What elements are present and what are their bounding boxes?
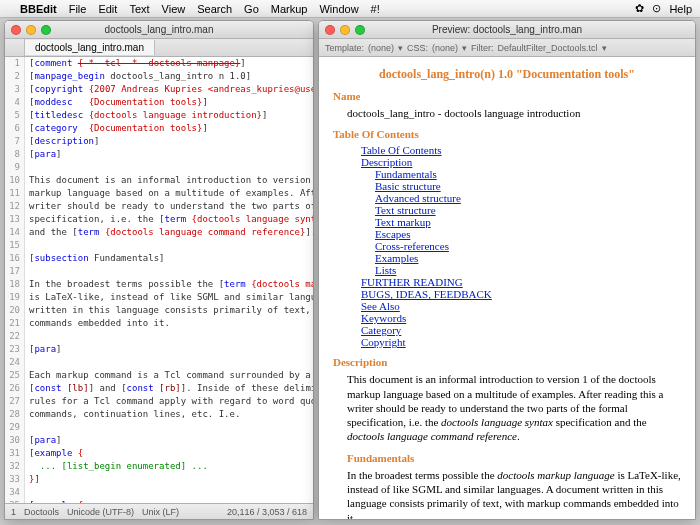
status-lang[interactable]: Doctools [24, 507, 59, 517]
zoom-icon[interactable] [355, 25, 365, 35]
menu-script[interactable]: #! [371, 3, 380, 15]
code-line[interactable]: 13specification, i.e. the [term {doctool… [5, 213, 313, 226]
app-menu[interactable]: BBEdit [20, 3, 57, 15]
status-lf[interactable]: Unix (LF) [142, 507, 179, 517]
css-label: CSS: [407, 43, 428, 53]
menu-text[interactable]: Text [129, 3, 149, 15]
zoom-icon[interactable] [41, 25, 51, 35]
desktop: doctools_lang_intro.man doctools_lang_in… [0, 18, 700, 525]
code-line[interactable]: 5[titledesc {doctools language introduct… [5, 109, 313, 122]
code-line[interactable]: 21commands embedded into it. [5, 317, 313, 330]
toc-link[interactable]: Escapes [375, 228, 410, 240]
menu-window[interactable]: Window [319, 3, 358, 15]
status-enc[interactable]: Unicode (UTF-8) [67, 507, 134, 517]
code-line[interactable]: 29 [5, 421, 313, 434]
traffic-lights [325, 25, 365, 35]
document-tab[interactable]: doctools_lang_intro.man [25, 40, 155, 55]
status-mode: 1 [11, 507, 16, 517]
code-line[interactable]: 19is LaTeX-like, instead of like SGML an… [5, 291, 313, 304]
code-line[interactable]: 32 ... [list_begin enumerated] ... [5, 460, 313, 473]
code-line[interactable]: 22 [5, 330, 313, 343]
toc-link[interactable]: Text structure [375, 204, 436, 216]
traffic-lights [11, 25, 51, 35]
code-line[interactable]: 28commands, continuation lines, etc. I.e… [5, 408, 313, 421]
window-title: Preview: doctools_lang_intro.man [432, 24, 582, 35]
code-line[interactable]: 8[para] [5, 148, 313, 161]
toc-link[interactable]: Copyright [361, 336, 406, 348]
filter-select[interactable]: DefaultFilter_Doctools.tcl [498, 43, 598, 53]
toc-link[interactable]: Description [361, 156, 412, 168]
menubar: BBEdit File Edit Text View Search Go Mar… [0, 0, 700, 18]
status-icon[interactable]: ✿ [635, 2, 644, 15]
heading-fundamentals: Fundamentals [347, 452, 681, 464]
code-line[interactable]: 26[const [lb]] and [const [rb]]. Inside … [5, 382, 313, 395]
preview-body[interactable]: doctools_lang_intro(n) 1.0 "Documentatio… [319, 57, 695, 520]
editor-titlebar[interactable]: doctools_lang_intro.man [5, 21, 313, 39]
close-icon[interactable] [325, 25, 335, 35]
code-line[interactable]: 34 [5, 486, 313, 499]
code-line[interactable]: 17 [5, 265, 313, 278]
code-line[interactable]: 1[comment {-*- tcl -*- doctools manpage}… [5, 57, 313, 70]
minimize-icon[interactable] [26, 25, 36, 35]
description-para: This document is an informal introductio… [347, 372, 681, 443]
toc-link[interactable]: FURTHER READING [361, 276, 463, 288]
code-line[interactable]: 6[category {Documentation tools}] [5, 122, 313, 135]
heading-toc: Table Of Contents [333, 128, 681, 140]
code-line[interactable]: 30[para] [5, 434, 313, 447]
toc-link[interactable]: Keywords [361, 312, 406, 324]
menu-markup[interactable]: Markup [271, 3, 308, 15]
code-line[interactable]: 23[para] [5, 343, 313, 356]
code-line[interactable]: 7[description] [5, 135, 313, 148]
template-select[interactable]: (none) [368, 43, 394, 53]
code-line[interactable]: 12writer should be ready to understand t… [5, 200, 313, 213]
toc-link[interactable]: Lists [375, 264, 396, 276]
tabbar: doctools_lang_intro.man [5, 39, 313, 57]
code-line[interactable]: 15 [5, 239, 313, 252]
css-select[interactable]: (none) [432, 43, 458, 53]
preview-titlebar[interactable]: Preview: doctools_lang_intro.man [319, 21, 695, 39]
heading-description: Description [333, 356, 681, 368]
editor-body[interactable]: 1[comment {-*- tcl -*- doctools manpage}… [5, 57, 313, 503]
code-line[interactable]: 27rules for a Tcl command apply with reg… [5, 395, 313, 408]
toc-link[interactable]: BUGS, IDEAS, FEEDBACK [361, 288, 492, 300]
filterbar: Template: (none) ▾ CSS: (none) ▾ Filter:… [319, 39, 695, 57]
code-line[interactable]: 11markup language based on a multitude o… [5, 187, 313, 200]
toc-link[interactable]: Examples [375, 252, 418, 264]
menu-help[interactable]: Help [669, 3, 692, 15]
code-line[interactable]: 10This document is an informal introduct… [5, 174, 313, 187]
code-line[interactable]: 9 [5, 161, 313, 174]
code-line[interactable]: 3[copyright {2007 Andreas Kupries <andre… [5, 83, 313, 96]
status-pos: 20,116 / 3,053 / 618 [227, 507, 307, 517]
fundamentals-para-1: In the broadest terms possible the docto… [347, 468, 681, 520]
close-icon[interactable] [11, 25, 21, 35]
code-line[interactable]: 16[subsection Fundamentals] [5, 252, 313, 265]
code-line[interactable]: 4[moddesc {Documentation tools}] [5, 96, 313, 109]
toc-link[interactable]: Table Of Contents [361, 144, 442, 156]
status-icon-2[interactable]: ⊙ [652, 2, 661, 15]
code-line[interactable]: 33}] [5, 473, 313, 486]
toc-link[interactable]: Advanced structure [375, 192, 461, 204]
code-line[interactable]: 14and the [term {doctools language comma… [5, 226, 313, 239]
toc-link[interactable]: Text markup [375, 216, 431, 228]
code-line[interactable]: 18In the broadest terms possible the [te… [5, 278, 313, 291]
toc-link[interactable]: Category [361, 324, 401, 336]
menu-file[interactable]: File [69, 3, 87, 15]
toc-sublist: Fundamentals Basic structure Advanced st… [375, 168, 681, 276]
code-line[interactable]: 25Each markup command is a Tcl command s… [5, 369, 313, 382]
menu-view[interactable]: View [162, 3, 186, 15]
code-line[interactable]: 2[manpage_begin doctools_lang_intro n 1.… [5, 70, 313, 83]
toc-link[interactable]: Basic structure [375, 180, 441, 192]
code-line[interactable]: 31[example { [5, 447, 313, 460]
toc-link[interactable]: See Also [361, 300, 400, 312]
minimize-icon[interactable] [340, 25, 350, 35]
menu-search[interactable]: Search [197, 3, 232, 15]
heading-name: Name [333, 90, 681, 102]
code-line[interactable]: 24 [5, 356, 313, 369]
toc-link[interactable]: Fundamentals [375, 168, 437, 180]
menu-go[interactable]: Go [244, 3, 259, 15]
code-line[interactable]: 20written in this language consists prim… [5, 304, 313, 317]
template-label: Template: [325, 43, 364, 53]
toc-list: FURTHER READING BUGS, IDEAS, FEEDBACK Se… [361, 276, 681, 348]
toc-link[interactable]: Cross-references [375, 240, 449, 252]
menu-edit[interactable]: Edit [98, 3, 117, 15]
